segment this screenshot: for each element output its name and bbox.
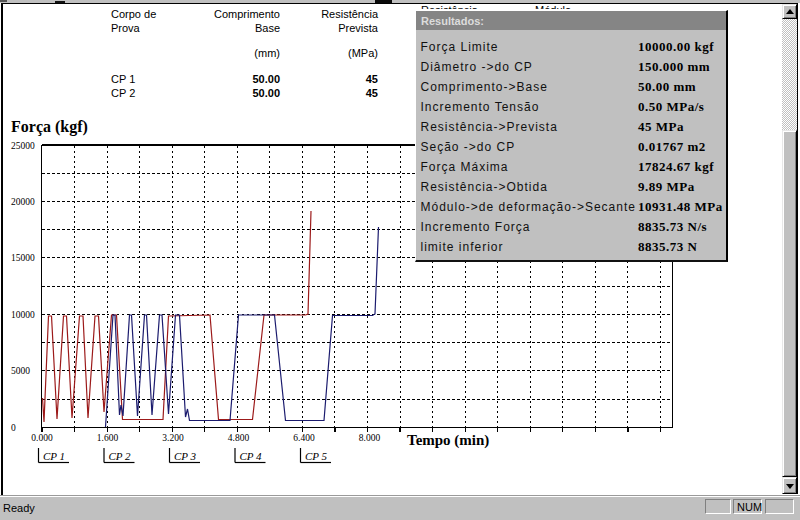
- svg-text:0: 0: [11, 423, 16, 433]
- svg-text:Tempo (min): Tempo (min): [407, 432, 489, 449]
- svg-text:25000: 25000: [11, 141, 35, 151]
- svg-text:CP 3: CP 3: [174, 450, 197, 462]
- svg-text:20000: 20000: [11, 197, 35, 207]
- svg-text:5000: 5000: [11, 366, 30, 376]
- svg-text:15000: 15000: [11, 253, 35, 263]
- svg-text:Força (kgf): Força (kgf): [11, 118, 88, 136]
- svg-text:CP 5: CP 5: [305, 450, 328, 462]
- svg-text:6.400: 6.400: [293, 433, 315, 443]
- svg-text:4.800: 4.800: [228, 433, 250, 443]
- svg-text:CP 2: CP 2: [109, 450, 132, 462]
- svg-text:CP 1: CP 1: [43, 450, 65, 462]
- svg-text:10000: 10000: [11, 310, 35, 320]
- svg-text:CP 4: CP 4: [240, 450, 263, 462]
- svg-text:8.000: 8.000: [359, 433, 381, 443]
- svg-text:3.200: 3.200: [162, 433, 184, 443]
- svg-text:0.000: 0.000: [31, 433, 53, 443]
- svg-text:1.600: 1.600: [97, 433, 119, 443]
